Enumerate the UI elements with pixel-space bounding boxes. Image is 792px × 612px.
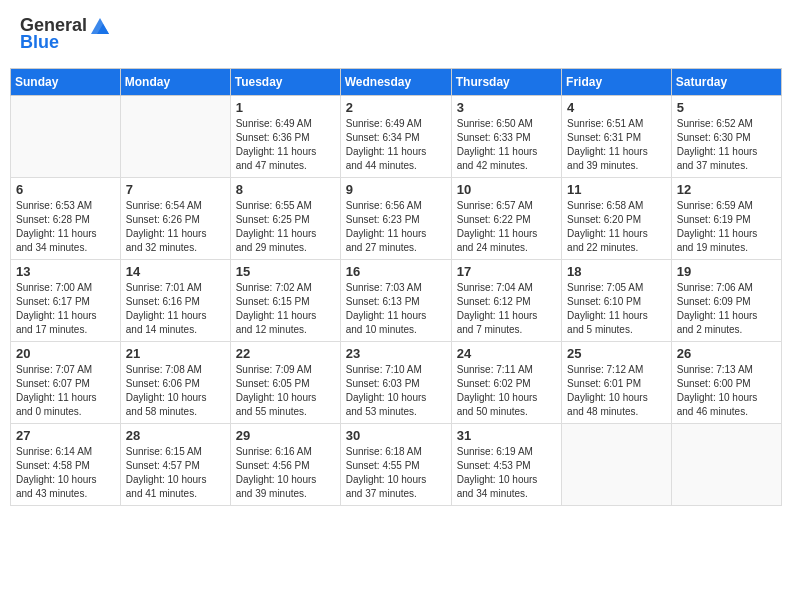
- calendar-cell: 25Sunrise: 7:12 AM Sunset: 6:01 PM Dayli…: [562, 342, 672, 424]
- calendar-cell: 28Sunrise: 6:15 AM Sunset: 4:57 PM Dayli…: [120, 424, 230, 506]
- day-number: 29: [236, 428, 335, 443]
- day-number: 30: [346, 428, 446, 443]
- logo: General Blue: [20, 15, 111, 53]
- calendar-cell: 16Sunrise: 7:03 AM Sunset: 6:13 PM Dayli…: [340, 260, 451, 342]
- day-info: Sunrise: 6:53 AM Sunset: 6:28 PM Dayligh…: [16, 199, 115, 255]
- calendar-cell: 20Sunrise: 7:07 AM Sunset: 6:07 PM Dayli…: [11, 342, 121, 424]
- day-number: 5: [677, 100, 776, 115]
- weekday-header-saturday: Saturday: [671, 69, 781, 96]
- weekday-header-sunday: Sunday: [11, 69, 121, 96]
- day-info: Sunrise: 7:05 AM Sunset: 6:10 PM Dayligh…: [567, 281, 666, 337]
- calendar-cell: 7Sunrise: 6:54 AM Sunset: 6:26 PM Daylig…: [120, 178, 230, 260]
- day-number: 11: [567, 182, 666, 197]
- calendar-table: SundayMondayTuesdayWednesdayThursdayFrid…: [10, 68, 782, 506]
- day-number: 23: [346, 346, 446, 361]
- calendar-week-2: 6Sunrise: 6:53 AM Sunset: 6:28 PM Daylig…: [11, 178, 782, 260]
- day-info: Sunrise: 6:19 AM Sunset: 4:53 PM Dayligh…: [457, 445, 556, 501]
- day-info: Sunrise: 6:49 AM Sunset: 6:36 PM Dayligh…: [236, 117, 335, 173]
- day-number: 7: [126, 182, 225, 197]
- day-info: Sunrise: 6:14 AM Sunset: 4:58 PM Dayligh…: [16, 445, 115, 501]
- calendar-cell: 14Sunrise: 7:01 AM Sunset: 6:16 PM Dayli…: [120, 260, 230, 342]
- day-number: 16: [346, 264, 446, 279]
- day-number: 10: [457, 182, 556, 197]
- calendar-cell: 12Sunrise: 6:59 AM Sunset: 6:19 PM Dayli…: [671, 178, 781, 260]
- calendar-cell: [120, 96, 230, 178]
- day-number: 28: [126, 428, 225, 443]
- calendar-cell: [562, 424, 672, 506]
- day-info: Sunrise: 6:59 AM Sunset: 6:19 PM Dayligh…: [677, 199, 776, 255]
- day-number: 9: [346, 182, 446, 197]
- calendar-cell: 18Sunrise: 7:05 AM Sunset: 6:10 PM Dayli…: [562, 260, 672, 342]
- logo-blue-text: Blue: [20, 32, 59, 53]
- day-number: 24: [457, 346, 556, 361]
- day-info: Sunrise: 6:50 AM Sunset: 6:33 PM Dayligh…: [457, 117, 556, 173]
- calendar-week-3: 13Sunrise: 7:00 AM Sunset: 6:17 PM Dayli…: [11, 260, 782, 342]
- day-number: 15: [236, 264, 335, 279]
- weekday-header-thursday: Thursday: [451, 69, 561, 96]
- day-number: 31: [457, 428, 556, 443]
- day-number: 14: [126, 264, 225, 279]
- day-info: Sunrise: 6:58 AM Sunset: 6:20 PM Dayligh…: [567, 199, 666, 255]
- day-number: 12: [677, 182, 776, 197]
- calendar-cell: 23Sunrise: 7:10 AM Sunset: 6:03 PM Dayli…: [340, 342, 451, 424]
- calendar-week-5: 27Sunrise: 6:14 AM Sunset: 4:58 PM Dayli…: [11, 424, 782, 506]
- day-info: Sunrise: 6:56 AM Sunset: 6:23 PM Dayligh…: [346, 199, 446, 255]
- day-info: Sunrise: 7:04 AM Sunset: 6:12 PM Dayligh…: [457, 281, 556, 337]
- day-info: Sunrise: 7:03 AM Sunset: 6:13 PM Dayligh…: [346, 281, 446, 337]
- calendar-cell: 24Sunrise: 7:11 AM Sunset: 6:02 PM Dayli…: [451, 342, 561, 424]
- calendar-cell: 27Sunrise: 6:14 AM Sunset: 4:58 PM Dayli…: [11, 424, 121, 506]
- day-number: 8: [236, 182, 335, 197]
- day-info: Sunrise: 7:11 AM Sunset: 6:02 PM Dayligh…: [457, 363, 556, 419]
- logo-icon: [89, 16, 111, 36]
- day-number: 4: [567, 100, 666, 115]
- calendar-week-4: 20Sunrise: 7:07 AM Sunset: 6:07 PM Dayli…: [11, 342, 782, 424]
- day-number: 26: [677, 346, 776, 361]
- day-info: Sunrise: 7:06 AM Sunset: 6:09 PM Dayligh…: [677, 281, 776, 337]
- day-info: Sunrise: 7:08 AM Sunset: 6:06 PM Dayligh…: [126, 363, 225, 419]
- day-number: 3: [457, 100, 556, 115]
- calendar-cell: 13Sunrise: 7:00 AM Sunset: 6:17 PM Dayli…: [11, 260, 121, 342]
- day-number: 20: [16, 346, 115, 361]
- calendar-cell: 30Sunrise: 6:18 AM Sunset: 4:55 PM Dayli…: [340, 424, 451, 506]
- day-number: 6: [16, 182, 115, 197]
- day-info: Sunrise: 7:13 AM Sunset: 6:00 PM Dayligh…: [677, 363, 776, 419]
- calendar-cell: 19Sunrise: 7:06 AM Sunset: 6:09 PM Dayli…: [671, 260, 781, 342]
- day-info: Sunrise: 6:52 AM Sunset: 6:30 PM Dayligh…: [677, 117, 776, 173]
- calendar-cell: 17Sunrise: 7:04 AM Sunset: 6:12 PM Dayli…: [451, 260, 561, 342]
- day-info: Sunrise: 6:18 AM Sunset: 4:55 PM Dayligh…: [346, 445, 446, 501]
- calendar-cell: 22Sunrise: 7:09 AM Sunset: 6:05 PM Dayli…: [230, 342, 340, 424]
- calendar-cell: 29Sunrise: 6:16 AM Sunset: 4:56 PM Dayli…: [230, 424, 340, 506]
- day-number: 18: [567, 264, 666, 279]
- day-number: 17: [457, 264, 556, 279]
- day-info: Sunrise: 7:07 AM Sunset: 6:07 PM Dayligh…: [16, 363, 115, 419]
- day-info: Sunrise: 7:02 AM Sunset: 6:15 PM Dayligh…: [236, 281, 335, 337]
- day-number: 21: [126, 346, 225, 361]
- day-info: Sunrise: 7:00 AM Sunset: 6:17 PM Dayligh…: [16, 281, 115, 337]
- day-info: Sunrise: 7:01 AM Sunset: 6:16 PM Dayligh…: [126, 281, 225, 337]
- calendar-header-row: SundayMondayTuesdayWednesdayThursdayFrid…: [11, 69, 782, 96]
- calendar-cell: 1Sunrise: 6:49 AM Sunset: 6:36 PM Daylig…: [230, 96, 340, 178]
- weekday-header-friday: Friday: [562, 69, 672, 96]
- day-info: Sunrise: 6:55 AM Sunset: 6:25 PM Dayligh…: [236, 199, 335, 255]
- day-number: 1: [236, 100, 335, 115]
- day-number: 13: [16, 264, 115, 279]
- calendar-cell: 5Sunrise: 6:52 AM Sunset: 6:30 PM Daylig…: [671, 96, 781, 178]
- calendar-cell: 9Sunrise: 6:56 AM Sunset: 6:23 PM Daylig…: [340, 178, 451, 260]
- calendar-cell: 11Sunrise: 6:58 AM Sunset: 6:20 PM Dayli…: [562, 178, 672, 260]
- day-info: Sunrise: 6:57 AM Sunset: 6:22 PM Dayligh…: [457, 199, 556, 255]
- day-info: Sunrise: 6:51 AM Sunset: 6:31 PM Dayligh…: [567, 117, 666, 173]
- calendar-week-1: 1Sunrise: 6:49 AM Sunset: 6:36 PM Daylig…: [11, 96, 782, 178]
- day-info: Sunrise: 7:12 AM Sunset: 6:01 PM Dayligh…: [567, 363, 666, 419]
- day-info: Sunrise: 7:09 AM Sunset: 6:05 PM Dayligh…: [236, 363, 335, 419]
- day-number: 2: [346, 100, 446, 115]
- calendar-cell: 10Sunrise: 6:57 AM Sunset: 6:22 PM Dayli…: [451, 178, 561, 260]
- day-number: 19: [677, 264, 776, 279]
- calendar-cell: 8Sunrise: 6:55 AM Sunset: 6:25 PM Daylig…: [230, 178, 340, 260]
- header: General Blue: [10, 10, 782, 58]
- calendar-cell: [11, 96, 121, 178]
- day-info: Sunrise: 6:49 AM Sunset: 6:34 PM Dayligh…: [346, 117, 446, 173]
- weekday-header-tuesday: Tuesday: [230, 69, 340, 96]
- day-info: Sunrise: 6:15 AM Sunset: 4:57 PM Dayligh…: [126, 445, 225, 501]
- weekday-header-wednesday: Wednesday: [340, 69, 451, 96]
- day-info: Sunrise: 6:16 AM Sunset: 4:56 PM Dayligh…: [236, 445, 335, 501]
